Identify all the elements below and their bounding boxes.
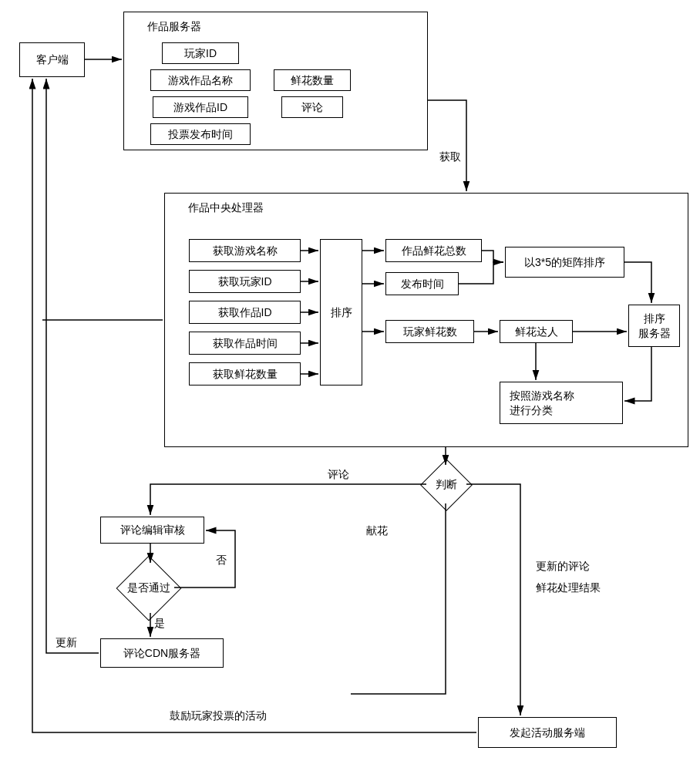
player-flowers-box: 玩家鲜花数 — [385, 320, 474, 343]
player-id-box: 玩家ID — [162, 42, 239, 64]
comment-edge-label: 评论 — [328, 468, 349, 482]
classify-box: 按照游戏名称 进行分类 — [500, 382, 623, 424]
encourage-label: 鼓励玩家投票的活动 — [170, 709, 267, 723]
cdn-box: 评论CDN服务器 — [100, 638, 224, 668]
flower-count-box: 鲜花数量 — [274, 69, 351, 91]
yes-label: 是 — [154, 617, 165, 631]
update-result-label: 更新的评论 鲜花处理结果 — [536, 555, 601, 598]
get-flower-count-box: 获取鲜花数量 — [189, 362, 301, 386]
works-server-title: 作品服务器 — [124, 12, 427, 34]
flower-star-box: 鲜花达人 — [500, 320, 573, 343]
get-player-id-box: 获取玩家ID — [189, 270, 301, 293]
flowchart-canvas: 客户端 作品服务器 玩家ID 游戏作品名称 游戏作品ID 投票发布时间 鲜花数量… — [0, 0, 700, 771]
total-flowers-box: 作品鲜花总数 — [385, 239, 482, 262]
work-name-box: 游戏作品名称 — [150, 69, 251, 91]
no-label: 否 — [216, 554, 227, 567]
matrix-sort-box: 以3*5的矩阵排序 — [505, 247, 624, 278]
sort-box: 排序 — [320, 239, 362, 386]
client-box: 客户端 — [19, 42, 85, 77]
get-work-id-box: 获取作品ID — [189, 301, 301, 324]
cpu-title: 作品中央处理器 — [165, 194, 688, 215]
judge-diamond: 判断 — [420, 459, 473, 511]
activity-server-box: 发起活动服务端 — [478, 717, 617, 748]
get-work-time-box: 获取作品时间 — [189, 332, 301, 355]
fetch-label: 获取 — [439, 150, 461, 164]
comment-field-box: 评论 — [281, 96, 343, 118]
review-box: 评论编辑审核 — [100, 517, 204, 544]
pass-diamond: 是否通过 — [116, 556, 182, 621]
sort-server-box: 排序 服务器 — [628, 305, 680, 347]
vote-time-box: 投票发布时间 — [150, 123, 251, 145]
work-id-box: 游戏作品ID — [153, 96, 248, 118]
flower-edge-label: 献花 — [366, 524, 388, 538]
publish-time-box: 发布时间 — [385, 272, 459, 295]
get-game-name-box: 获取游戏名称 — [189, 239, 301, 262]
update-label: 更新 — [56, 636, 77, 650]
